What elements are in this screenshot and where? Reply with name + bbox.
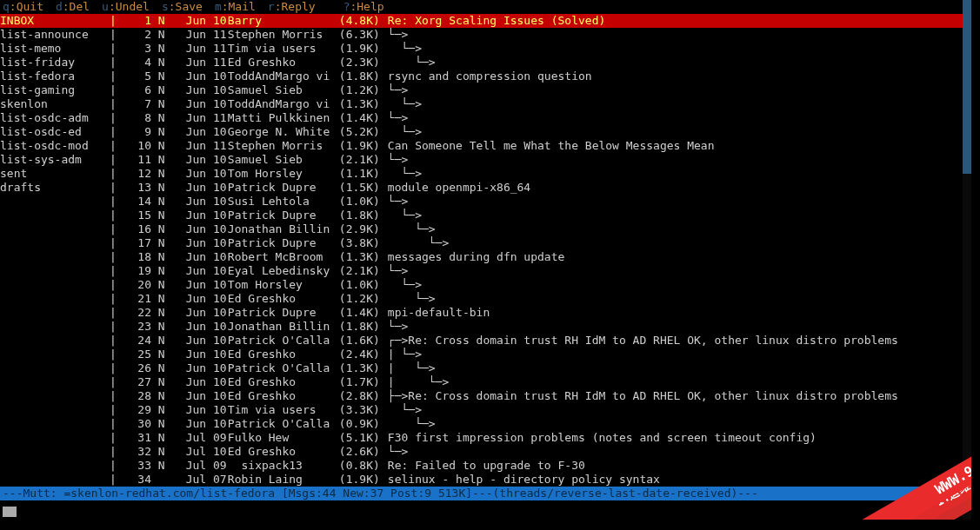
message-row[interactable]: | 32 N Jul 10 Ed Greshko (2.6K) └─> [0, 445, 971, 459]
folder-name[interactable] [0, 264, 110, 278]
message-row[interactable]: | 23 N Jun 10 Jonathan Billin (1.8K) └─> [0, 320, 971, 334]
folder-name[interactable] [0, 334, 110, 348]
message-row[interactable]: | 14 N Jun 10 Susi Lehtola (1.0K) └─> [0, 195, 971, 209]
folder-name[interactable] [0, 417, 110, 431]
separator: | [110, 403, 123, 417]
message-row[interactable]: | 21 N Jun 10 Ed Greshko (1.2K) └─> [0, 292, 971, 306]
folder-name[interactable] [0, 361, 110, 375]
message-row[interactable]: | 25 N Jun 10 Ed Greshko (2.4K) | └─> [0, 348, 971, 361]
message-flag: N [151, 209, 172, 222]
folder-name[interactable] [0, 195, 110, 209]
message-row[interactable]: list-announce | 2 N Jun 11 Stephen Morri… [0, 28, 971, 42]
message-row[interactable]: | 30 N Jun 10 Patrick O'Calla (0.9K) └─> [0, 417, 971, 431]
message-row[interactable]: | 33 N Jul 09 sixpack13 (0.8K) Re: Faile… [0, 459, 971, 473]
menu-item-d[interactable]: d:Del [56, 0, 90, 14]
folder-name[interactable] [0, 459, 110, 473]
folder-name[interactable] [0, 278, 110, 292]
message-row[interactable]: | 34 Jul 07 Robin Laing (1.9K) selinux -… [0, 473, 971, 487]
folder-name[interactable] [0, 389, 110, 403]
folder-name[interactable]: list-friday [0, 56, 110, 70]
message-row[interactable]: list-sys-adm | 11 N Jun 10 Samuel Sieb (… [0, 153, 971, 167]
message-row[interactable]: drafts | 13 N Jun 10 Patrick Dupre (1.5K… [0, 181, 971, 195]
message-row[interactable]: list-osdc-adm | 8 N Jun 11 Matti Pulkkin… [0, 111, 971, 125]
folder-name[interactable] [0, 236, 110, 250]
folder-name[interactable]: list-osdc-mod [0, 139, 110, 153]
message-row[interactable]: | 15 N Jun 10 Patrick Dupre (1.8K) └─> [0, 209, 971, 222]
message-row[interactable]: | 16 N Jun 10 Jonathan Billin (2.9K) └─> [0, 222, 971, 236]
folder-name[interactable]: list-fedora [0, 70, 110, 83]
folder-name[interactable] [0, 209, 110, 222]
folder-name[interactable] [0, 431, 110, 445]
scrollbar-thumb[interactable] [963, 0, 971, 174]
menu-item-u[interactable]: u:Undel [102, 0, 150, 14]
folder-name[interactable] [0, 292, 110, 306]
separator: | [110, 334, 123, 348]
folder-name[interactable]: sent [0, 167, 110, 181]
message-row[interactable]: list-memo | 3 N Jun 11 Tim via users (1.… [0, 42, 971, 56]
message-row[interactable]: skenlon | 7 N Jun 10 ToddAndMargo vi (1.… [0, 97, 971, 111]
folder-name[interactable] [0, 306, 110, 320]
message-row[interactable]: | 31 N Jul 09 Fulko Hew (5.1K) F30 first… [0, 431, 971, 445]
message-size: (1.2K) [332, 83, 381, 97]
menu-item-q[interactable]: q:Quit [3, 0, 43, 14]
message-from: sixpack13 [221, 459, 332, 473]
message-subject: └─> [381, 417, 971, 431]
scrollbar[interactable] [963, 0, 971, 520]
message-row[interactable]: | 20 N Jun 10 Tom Horsley (1.0K) └─> [0, 278, 971, 292]
folder-name[interactable]: list-gaming [0, 83, 110, 97]
folder-name[interactable]: list-sys-adm [0, 153, 110, 167]
message-date: Jun 11 [172, 111, 221, 125]
folder-name[interactable] [0, 250, 110, 264]
menu-item-m[interactable]: m:Mail [215, 0, 256, 14]
message-size: (2.1K) [332, 153, 381, 167]
menu-item-?[interactable]: ?:Help [343, 0, 384, 14]
message-row[interactable]: sent | 12 N Jun 10 Tom Horsley (1.1K) └─… [0, 167, 971, 181]
menu-item-r[interactable]: r:Reply [268, 0, 316, 14]
folder-name[interactable]: skenlon [0, 97, 110, 111]
folder-name[interactable] [0, 222, 110, 236]
message-number: 19 [123, 264, 151, 278]
folder-name[interactable]: list-osdc-ed [0, 125, 110, 139]
message-list[interactable]: INBOX | 1 N Jun 10 Barry (4.8K) Re: Xorg… [0, 14, 971, 487]
message-row[interactable]: | 27 N Jun 10 Ed Greshko (1.7K) | └─> [0, 375, 971, 389]
message-row[interactable]: list-fedora | 5 N Jun 10 ToddAndMargo vi… [0, 70, 971, 83]
message-row[interactable]: list-osdc-mod | 10 N Jun 11 Stephen Morr… [0, 139, 971, 153]
message-row[interactable]: | 17 N Jun 10 Patrick Dupre (3.8K) └─> [0, 236, 971, 250]
separator: | [110, 431, 123, 445]
message-number: 26 [123, 361, 151, 375]
folder-name[interactable] [0, 348, 110, 361]
menu-item-s[interactable]: s:Save [162, 0, 203, 14]
folder-name[interactable]: list-osdc-adm [0, 111, 110, 125]
message-size: (2.8K) [332, 389, 381, 403]
message-row[interactable]: | 29 N Jun 10 Tim via users (3.3K) └─> [0, 403, 971, 417]
folder-name[interactable]: drafts [0, 181, 110, 195]
message-from: Ed Greshko [221, 292, 332, 306]
message-row[interactable]: | 28 N Jun 10 Ed Greshko (2.8K) ├─>Re: C… [0, 389, 971, 403]
message-date: Jun 11 [172, 28, 221, 42]
message-row[interactable]: list-gaming | 6 N Jun 10 Samuel Sieb (1.… [0, 83, 971, 97]
folder-name[interactable]: INBOX [0, 14, 110, 28]
message-row[interactable]: list-osdc-ed | 9 N Jun 10 George N. Whit… [0, 125, 971, 139]
message-row[interactable]: | 19 N Jun 10 Eyal Lebedinsky (2.1K) └─> [0, 264, 971, 278]
separator: | [110, 348, 123, 361]
separator: | [110, 417, 123, 431]
folder-name[interactable]: list-announce [0, 28, 110, 42]
message-from: Ed Greshko [221, 348, 332, 361]
folder-name[interactable] [0, 445, 110, 459]
folder-name[interactable] [0, 403, 110, 417]
folder-name[interactable] [0, 320, 110, 334]
message-row[interactable]: INBOX | 1 N Jun 10 Barry (4.8K) Re: Xorg… [0, 14, 971, 28]
folder-name[interactable] [0, 375, 110, 389]
command-prompt[interactable] [3, 507, 17, 517]
message-row[interactable]: | 18 N Jun 10 Robert McBroom (1.3K) mess… [0, 250, 971, 264]
message-date: Jun 10 [172, 334, 221, 348]
message-flag: N [151, 56, 172, 70]
message-row[interactable]: list-friday | 4 N Jun 11 Ed Greshko (2.3… [0, 56, 971, 70]
folder-name[interactable]: list-memo [0, 42, 110, 56]
message-row[interactable]: | 24 N Jun 10 Patrick O'Calla (1.6K) ┌─>… [0, 334, 971, 348]
message-size: (1.9K) [332, 42, 381, 56]
message-row[interactable]: | 26 N Jun 10 Patrick O'Calla (1.3K) | └… [0, 361, 971, 375]
folder-name[interactable] [0, 473, 110, 487]
message-from: Robin Laing [221, 473, 332, 487]
message-row[interactable]: | 22 N Jun 10 Patrick Dupre (1.4K) mpi-d… [0, 306, 971, 320]
